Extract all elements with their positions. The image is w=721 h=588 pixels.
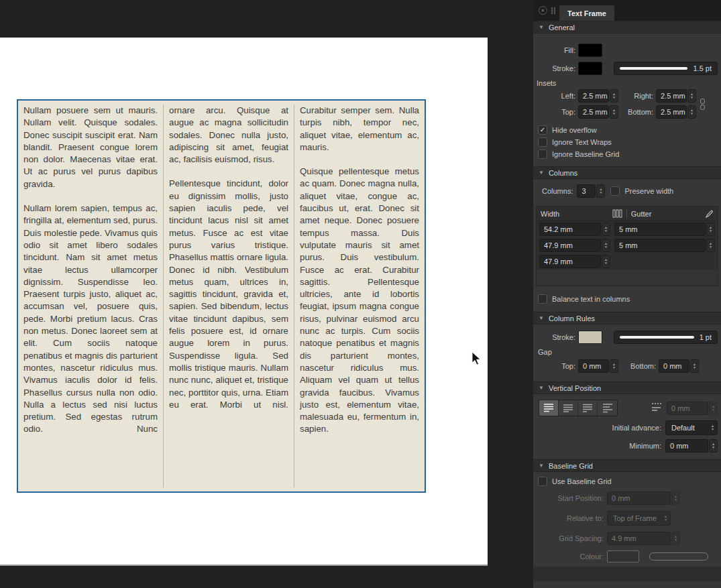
align-justify-button[interactable] [598,400,617,416]
hide-overflow-label: Hide overflow [552,126,597,134]
align-center-button[interactable] [559,400,578,416]
link-insets-icon[interactable] [700,99,705,110]
column-1-width-stepper[interactable]: ▲▼ [602,223,610,236]
paragraph: Quisque pellentesque metus ac quam. Done… [300,166,419,436]
columns-count-label: Columns: [542,187,573,195]
initial-advance-dropdown[interactable]: Default ▲▼ [665,420,718,435]
rule-stroke-width-control[interactable]: 1 pt [614,331,718,344]
section-header-baseline-grid[interactable]: ▼ Baseline Grid [533,459,721,472]
inset-bottom-stepper[interactable]: ▲▼ [687,105,696,119]
dropdown-arrows-icon: ▲▼ [711,424,714,431]
align-bottom-button[interactable] [578,400,598,416]
start-position-stepper[interactable]: ▲▼ [671,491,680,505]
inset-right-label: Right: [618,92,653,100]
gutter-1-stepper[interactable]: ▲▼ [706,223,715,236]
gap-bottom-field[interactable]: 0 mm [659,359,689,373]
column-row-2: 47.9 mm ▲▼ 5 mm ▲▼ [537,237,718,253]
column-3-width-stepper[interactable]: ▲▼ [602,255,610,268]
inset-top-stepper[interactable]: ▲▼ [610,105,618,119]
paragraph: Curabitur semper sem. Nulla turpis nibh,… [300,105,419,154]
grid-spacing-stepper[interactable]: ▲▼ [671,532,680,545]
initial-advance-label: Initial advance: [537,424,661,432]
relative-to-value: Top of Frame [613,514,657,522]
disclosure-triangle-icon: ▼ [539,24,544,30]
disclosure-triangle-icon: ▼ [539,463,544,469]
grid-colour-swatch[interactable] [607,550,639,563]
fill-label: Fill: [537,46,575,54]
vertical-offset-field[interactable]: 0 mm [667,402,708,415]
inset-top-field[interactable]: 2.5 mm [578,105,609,119]
section-column-rules: Stroke: 1 pt Gap Top: 0 mm ▲▼ Bottom: 0 … [533,325,721,373]
paragraph: Pellentesque tincidunt, dolor eu digniss… [169,178,288,411]
column-1-width-field[interactable]: 54.2 mm [539,223,601,236]
fill-swatch[interactable] [578,44,602,57]
rule-stroke-width-value: 1 pt [700,333,712,341]
panel-tab-bar: ✕ Text Frame [533,0,721,21]
text-frame[interactable]: Nullam posuere sem ut mauris. Nullam vel… [17,99,426,493]
panel-grip-icon[interactable] [551,7,555,14]
stroke-swatch[interactable] [578,62,602,75]
inset-right-field[interactable]: 2.5 mm [656,89,687,103]
minimum-stepper[interactable]: ▲▼ [709,439,718,453]
use-baseline-grid-checkbox[interactable] [538,477,547,486]
columns-table: Width Gutter 54.2 mm ▲▼ 5 mm [536,206,718,286]
rule-stroke-swatch[interactable] [578,331,602,344]
close-panel-icon[interactable]: ✕ [539,6,547,15]
columns-count-stepper[interactable]: ▲▼ [596,184,605,198]
preserve-width-checkbox[interactable] [610,186,620,196]
inset-left-stepper[interactable]: ▲▼ [610,89,618,103]
start-position-label: Start Position: [537,494,604,502]
ignore-text-wraps-checkbox[interactable] [538,137,547,147]
align-top-button[interactable] [539,400,559,416]
relative-to-dropdown[interactable]: Top of Frame ▲▼ [607,511,671,526]
paragraph: Nullam posuere sem ut mauris. Nullam vel… [23,105,158,190]
section-header-vertical-position[interactable]: ▼ Vertical Position [533,381,721,394]
document-canvas[interactable]: Nullam posuere sem ut mauris. Nullam vel… [0,0,533,588]
page[interactable]: Nullam posuere sem ut mauris. Nullam vel… [0,38,488,566]
edit-pencil-icon[interactable] [704,209,714,219]
column-3-width-field[interactable]: 47.9 mm [539,255,601,268]
column-2-width-stepper[interactable]: ▲▼ [602,239,610,252]
section-title: General [549,23,575,32]
preserve-width-label: Preserve width [624,187,673,195]
ignore-baseline-grid-checkbox[interactable] [538,150,547,159]
column-rule [294,105,294,487]
stroke-width-control[interactable]: 1.5 pt [614,62,718,75]
section-header-columns[interactable]: ▼ Columns [533,166,721,179]
tab-label: Text Frame [567,9,606,17]
start-position-field[interactable]: 0 mm [607,491,671,505]
hide-overflow-checkbox[interactable]: ✓ [538,125,547,135]
section-general: Fill: Stroke: 1.5 pt Insets Left: 2.5 mm… [533,34,721,159]
section-header-general[interactable]: ▼ General [533,21,721,34]
inset-right-stepper[interactable]: ▲▼ [687,89,696,103]
gap-bottom-label: Bottom: [618,362,656,370]
section-header-column-rules[interactable]: ▼ Column Rules [533,312,721,325]
minimum-label: Minimum: [537,442,661,450]
disclosure-triangle-icon: ▼ [539,385,544,391]
inset-bottom-field[interactable]: 2.5 mm [656,105,687,119]
inset-left-field[interactable]: 2.5 mm [578,89,609,103]
vertical-offset-stepper[interactable]: ▲▼ [709,402,718,415]
gap-top-field[interactable]: 0 mm [578,359,609,373]
gap-bottom-stepper[interactable]: ▲▼ [690,359,699,373]
gap-top-stepper[interactable]: ▲▼ [610,359,618,373]
balance-text-checkbox[interactable] [538,294,547,304]
columns-count-field[interactable]: 3 [577,184,596,198]
gutter-2-field[interactable]: 5 mm [614,239,706,252]
use-baseline-grid-label: Use Baseline Grid [552,477,612,485]
panel-footer [533,567,721,581]
tab-text-frame[interactable]: Text Frame [559,5,614,21]
grid-spacing-field[interactable]: 4.9 mm [607,532,671,545]
column-2-width-field[interactable]: 47.9 mm [539,239,601,252]
text-column-3: Curabitur semper sem. Nulla turpis nibh,… [300,105,419,487]
stroke-width-value: 1.5 pt [693,64,712,72]
vertical-align-buttons [539,400,618,416]
columns-table-footer [537,270,718,286]
gutter-1-field[interactable]: 5 mm [614,223,706,236]
header-divider [626,209,627,219]
width-header: Width [541,210,559,218]
section-title: Column Rules [549,314,595,322]
gap-top-label: Top: [537,362,575,370]
gutter-2-stepper[interactable]: ▲▼ [706,239,715,252]
minimum-field[interactable]: 0 mm [665,439,708,453]
